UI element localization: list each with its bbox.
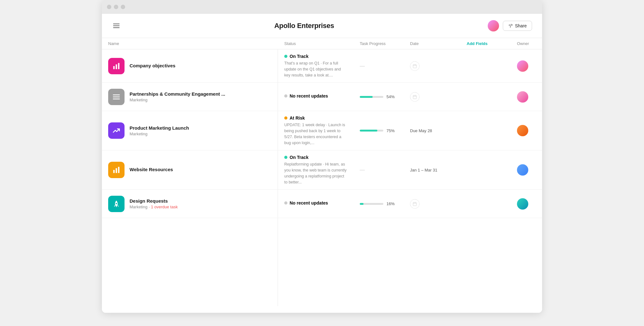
status-description: UPDATE: 1 week delay · Launch is being p… bbox=[284, 122, 347, 146]
progress-text: 75% bbox=[386, 128, 397, 133]
share-button[interactable]: Share bbox=[503, 21, 532, 31]
trend-up-icon bbox=[112, 126, 120, 135]
status-dot bbox=[284, 55, 287, 58]
bar-chart-icon bbox=[112, 166, 120, 174]
projects-table: Name Status Task Progress Date Add Field… bbox=[102, 38, 542, 306]
progress-fill bbox=[360, 203, 364, 205]
svg-rect-15 bbox=[116, 168, 117, 173]
svg-rect-3 bbox=[413, 65, 417, 68]
add-fields-button[interactable]: Add Fields bbox=[460, 41, 511, 46]
col-owner: Owner bbox=[511, 41, 542, 46]
table-row[interactable]: Website Resources On Track Replatforming… bbox=[102, 150, 542, 190]
date-cell: Due May 28 bbox=[404, 111, 460, 150]
traffic-light-maximize[interactable] bbox=[121, 5, 125, 9]
project-icon-company-objectives bbox=[108, 58, 125, 74]
date-text: Jan 1 – Mar 31 bbox=[410, 168, 437, 172]
project-icon-design-requests bbox=[108, 196, 125, 212]
svg-rect-10 bbox=[413, 95, 417, 99]
overdue-badge: · 1 overdue task bbox=[149, 205, 178, 209]
app-header: Apollo Enterprises Share bbox=[102, 14, 542, 38]
list-icon bbox=[112, 93, 120, 101]
status-dot bbox=[284, 156, 287, 159]
name-cell: Partnerships & Community Engagement ... … bbox=[102, 83, 278, 111]
share-icon bbox=[508, 23, 513, 28]
add-fields-cell bbox=[460, 49, 511, 82]
date-cell bbox=[404, 190, 460, 218]
project-icon-product-marketing bbox=[108, 122, 125, 139]
project-sub-text: Marketing bbox=[130, 205, 147, 209]
project-name: Product Marketing Launch bbox=[130, 125, 271, 131]
svg-rect-0 bbox=[113, 66, 114, 69]
project-sub: Marketing bbox=[130, 132, 271, 136]
owner-cell bbox=[511, 111, 542, 150]
header-actions: Share bbox=[488, 20, 532, 31]
status-cell: On Track Replatforming update · Hi team,… bbox=[278, 150, 353, 189]
user-avatar[interactable] bbox=[488, 20, 499, 31]
status-label-text: No recent updates bbox=[290, 93, 328, 98]
menu-button[interactable] bbox=[112, 22, 121, 29]
project-sub: Marketing bbox=[130, 98, 271, 102]
col-task-progress: Task Progress bbox=[353, 41, 404, 46]
project-name: Company objectives bbox=[130, 63, 271, 68]
progress-dash: — bbox=[360, 167, 365, 173]
status-cell: On Track That's a wrap on Q1 · For a ful… bbox=[278, 49, 353, 82]
traffic-light-close[interactable] bbox=[107, 5, 111, 9]
status-dot bbox=[284, 94, 287, 98]
status-label-text: On Track bbox=[290, 54, 308, 59]
table-row[interactable]: Design Requests Marketing · 1 overdue ta… bbox=[102, 190, 542, 218]
add-fields-cell bbox=[460, 190, 511, 218]
svg-rect-1 bbox=[116, 64, 117, 69]
progress-dash: — bbox=[360, 63, 365, 69]
date-cell bbox=[404, 49, 460, 82]
project-icon-partnerships bbox=[108, 89, 125, 105]
page-title: Apollo Enterprises bbox=[274, 22, 334, 30]
traffic-light-minimize[interactable] bbox=[114, 5, 118, 9]
progress-cell: — bbox=[353, 49, 404, 82]
status-label-text: On Track bbox=[290, 155, 308, 160]
project-name: Design Requests bbox=[130, 198, 271, 204]
table-row[interactable]: Company objectives On Track That's a wra… bbox=[102, 49, 542, 83]
progress-cell: 54% bbox=[353, 83, 404, 111]
add-fields-cell bbox=[460, 150, 511, 189]
owner-cell bbox=[511, 190, 542, 218]
owner-avatar bbox=[517, 91, 528, 103]
empty-area bbox=[102, 218, 278, 306]
name-cell: Product Marketing Launch Marketing bbox=[102, 111, 278, 150]
progress-fill bbox=[360, 96, 373, 98]
col-status: Status bbox=[278, 41, 353, 46]
status-label-text: No recent updates bbox=[290, 200, 328, 205]
svg-rect-2 bbox=[118, 63, 119, 69]
owner-cell bbox=[511, 83, 542, 111]
project-name: Partnerships & Community Engagement ... bbox=[130, 91, 271, 97]
progress-bar bbox=[360, 130, 383, 132]
owner-cell bbox=[511, 49, 542, 82]
rocket-icon bbox=[112, 200, 120, 208]
owner-avatar bbox=[517, 60, 528, 72]
owner-avatar bbox=[517, 125, 528, 136]
status-description: That's a wrap on Q1 · For a full update … bbox=[284, 60, 347, 78]
progress-cell: 75% bbox=[353, 111, 404, 150]
status-cell: No recent updates bbox=[278, 83, 353, 111]
status-label-text: At Risk bbox=[290, 115, 305, 121]
name-cell: Website Resources bbox=[102, 150, 278, 189]
name-cell: Company objectives bbox=[102, 49, 278, 82]
progress-bar bbox=[360, 96, 383, 98]
svg-rect-14 bbox=[113, 170, 114, 173]
add-fields-cell bbox=[460, 111, 511, 150]
status-description: Replatforming update · Hi team, as you k… bbox=[284, 161, 347, 185]
table-row[interactable]: Partnerships & Community Engagement ... … bbox=[102, 83, 542, 111]
status-dot bbox=[284, 201, 287, 205]
progress-cell: — bbox=[353, 150, 404, 189]
date-cell: Jan 1 – Mar 31 bbox=[404, 150, 460, 189]
titlebar bbox=[102, 0, 542, 14]
calendar-icon bbox=[410, 199, 419, 209]
progress-bar bbox=[360, 203, 383, 205]
owner-cell bbox=[511, 150, 542, 189]
status-cell: At Risk UPDATE: 1 week delay · Launch is… bbox=[278, 111, 353, 150]
calendar-icon bbox=[410, 92, 419, 102]
table-row[interactable]: Product Marketing Launch Marketing At Ri… bbox=[102, 111, 542, 150]
owner-avatar bbox=[517, 164, 528, 176]
project-name: Website Resources bbox=[130, 167, 271, 172]
svg-point-17 bbox=[116, 203, 117, 204]
col-name: Name bbox=[102, 41, 278, 46]
